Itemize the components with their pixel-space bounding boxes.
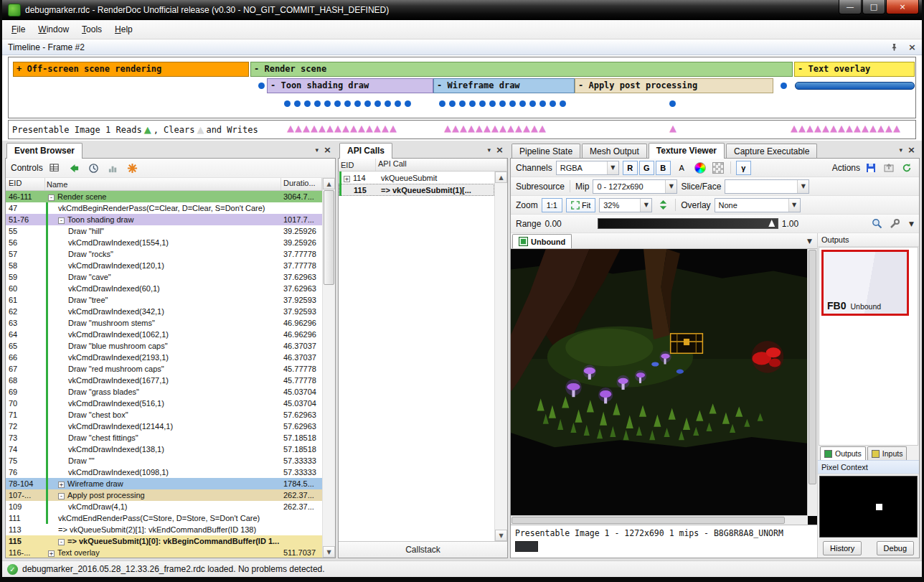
zoom-range-icon[interactable]: [870, 217, 884, 231]
event-row[interactable]: 74vkCmdDrawIndexed(138,1)57.18518: [6, 443, 322, 455]
event-row[interactable]: 56vkCmdDrawIndexed(1554,1)39.25926: [6, 237, 322, 248]
event-row[interactable]: 65Draw "blue mushroom caps"46.37037: [6, 340, 322, 352]
tab-unbound-texture[interactable]: Unbound: [512, 234, 572, 248]
tab-mesh-output[interactable]: Mesh Output: [582, 144, 647, 159]
event-row[interactable]: 63Draw "mushroom stems"46.96296: [6, 317, 322, 329]
refresh-icon[interactable]: [900, 161, 914, 175]
bookmark-icon[interactable]: [126, 161, 140, 175]
timeline-draw-dot[interactable]: [439, 100, 446, 107]
timeline-draw-dot[interactable]: [405, 100, 411, 107]
timeline-block--render-scene[interactable]: - Render scene: [250, 62, 793, 77]
scroll-up-icon[interactable]: ▲: [323, 178, 335, 189]
pin-icon[interactable]: [886, 39, 902, 55]
jump-to-event-icon[interactable]: [67, 161, 82, 175]
event-row[interactable]: 73Draw "chest fittings"57.18518: [6, 432, 322, 443]
channel-a-button[interactable]: A: [674, 161, 689, 175]
expander-icon[interactable]: +: [48, 550, 55, 557]
timeline-draw-dot[interactable]: [284, 100, 291, 107]
history-button[interactable]: History: [823, 541, 862, 555]
event-row[interactable]: 111vkCmdEndRenderPass(C=Store, D=Store, …: [6, 512, 322, 524]
expander-icon[interactable]: -: [48, 194, 55, 201]
output-fb0-thumbnail[interactable]: FB0 Unbound: [821, 250, 909, 316]
toolbar-overflow-icon[interactable]: ▼: [909, 220, 914, 227]
api-calls-scrollbar[interactable]: ▲ ▼: [494, 172, 507, 541]
event-row[interactable]: 75Draw ""57.33333: [6, 455, 322, 466]
menu-item-window[interactable]: Window: [32, 22, 75, 37]
flip-y-icon[interactable]: [656, 198, 670, 212]
event-row[interactable]: 51-76-Toon shading draw1017.7...: [6, 214, 322, 225]
timeline-draw-dot[interactable]: [395, 100, 401, 107]
tab-texture-viewer[interactable]: Texture Viewer: [649, 143, 725, 159]
timeline-draw-dot[interactable]: [324, 100, 331, 107]
close-button[interactable]: ×: [886, 0, 919, 14]
timeline-draw-dot[interactable]: [479, 100, 486, 107]
event-row[interactable]: 64vkCmdDrawIndexed(1062,1)46.96296: [6, 329, 322, 340]
tab-api-calls[interactable]: API Calls: [339, 143, 392, 159]
timeline-block--text-overlay[interactable]: - Text overlay: [794, 62, 915, 77]
event-row[interactable]: 71Draw "chest box"57.62963: [6, 409, 322, 421]
slice-face-dropdown[interactable]: ▼: [725, 179, 809, 194]
time-draws-icon[interactable]: [87, 161, 101, 175]
zoom-fit-button[interactable]: Fit: [566, 198, 595, 212]
timeline-draw-dot[interactable]: [560, 100, 566, 107]
scrollbar-thumb[interactable]: [324, 190, 334, 285]
event-row[interactable]: 46-111-Render scene3064.7...: [6, 191, 322, 202]
export-icon[interactable]: [882, 161, 896, 175]
expander-icon[interactable]: +: [344, 176, 350, 182]
event-row[interactable]: 70vkCmdDrawIndexed(516,1)45.03704: [6, 398, 322, 409]
timeline-activity-bar[interactable]: [795, 82, 915, 90]
maximize-button[interactable]: □: [862, 0, 885, 14]
timeline-draw-dot[interactable]: [385, 100, 391, 107]
debug-button[interactable]: Debug: [877, 541, 914, 555]
timeline-draw-dot[interactable]: [669, 100, 676, 107]
overlay-dropdown[interactable]: None ▼: [715, 198, 801, 212]
timeline-canvas[interactable]: + Off-screen scene rendering- Render sce…: [8, 57, 916, 118]
event-row[interactable]: 47vkCmdBeginRenderPass(C=Clear, D=Clear,…: [6, 202, 322, 214]
timeline-block--wireframe-draw[interactable]: - Wireframe draw: [433, 78, 575, 93]
expander-icon[interactable]: +: [58, 482, 65, 488]
channel-r-button[interactable]: R: [623, 161, 638, 175]
texture-hscrollbar[interactable]: [511, 515, 808, 525]
tab-capture-executable[interactable]: Capture Executable: [726, 144, 817, 159]
column-duration[interactable]: Duratio...: [281, 178, 322, 190]
timeline-close-icon[interactable]: ×: [908, 42, 916, 52]
expander-icon[interactable]: -: [58, 539, 65, 545]
event-row[interactable]: 72vkCmdDrawIndexed(12144,1)57.62963: [6, 421, 322, 432]
panel-menu-icon[interactable]: ▾: [900, 146, 903, 154]
tab-outputs[interactable]: Outputs: [820, 446, 866, 460]
tab-pipeline-state[interactable]: Pipeline State: [512, 144, 580, 159]
event-row[interactable]: 76vkCmdDrawIndexed(1098,1)57.33333: [6, 466, 322, 478]
range-slider-thumb[interactable]: [768, 220, 775, 227]
title-bar[interactable]: debugmarker.rdc - RenderDoc Unofficial r…: [2, 0, 922, 20]
timeline-draw-dot[interactable]: [529, 100, 536, 107]
panel-menu-icon[interactable]: ▾: [488, 146, 491, 154]
stats-icon[interactable]: [106, 161, 121, 175]
timeline-block--toon-shading-draw[interactable]: - Toon shading draw: [267, 78, 433, 93]
event-row[interactable]: 57Draw "rocks"37.77778: [6, 248, 322, 260]
column-api-call[interactable]: API Call: [376, 159, 507, 171]
mip-dropdown[interactable]: 0 - 1272x690 ▼: [593, 179, 677, 194]
event-row[interactable]: 69Draw "grass blades"45.03704: [6, 386, 322, 398]
zoom-dropdown[interactable]: 32% ▼: [599, 198, 652, 212]
timeline-draw-dot[interactable]: [294, 100, 301, 107]
timeline-draw-dot[interactable]: [469, 100, 476, 107]
tab-inputs[interactable]: Inputs: [867, 446, 908, 460]
panel-close-icon[interactable]: ×: [496, 144, 504, 155]
timeline-draw-dot[interactable]: [781, 83, 787, 89]
channel-b-button[interactable]: B: [656, 161, 671, 175]
texture-display[interactable]: [511, 249, 817, 525]
expander-icon[interactable]: -: [58, 493, 65, 499]
event-row[interactable]: 109vkCmdDraw(4,1)262.37...: [6, 501, 322, 512]
timeline-draw-dot[interactable]: [489, 100, 496, 107]
channels-dropdown[interactable]: RGBA ▼: [556, 161, 619, 175]
timeline-draw-dot[interactable]: [449, 100, 456, 107]
pixel-context-view[interactable]: [819, 476, 918, 538]
timeline-draw-dot[interactable]: [519, 100, 526, 107]
timeline-draw-dot[interactable]: [499, 100, 506, 107]
timeline-draw-dot[interactable]: [258, 83, 265, 89]
timeline-draw-dot[interactable]: [459, 100, 466, 107]
event-row[interactable]: 107-...-Apply post processing262.37...: [6, 489, 322, 501]
event-row[interactable]: 115-=> vkQueueSubmit(1)[0]: vkBeginComma…: [6, 535, 322, 547]
timeline-draw-dot[interactable]: [374, 100, 381, 107]
timeline-draw-dot[interactable]: [354, 100, 361, 107]
